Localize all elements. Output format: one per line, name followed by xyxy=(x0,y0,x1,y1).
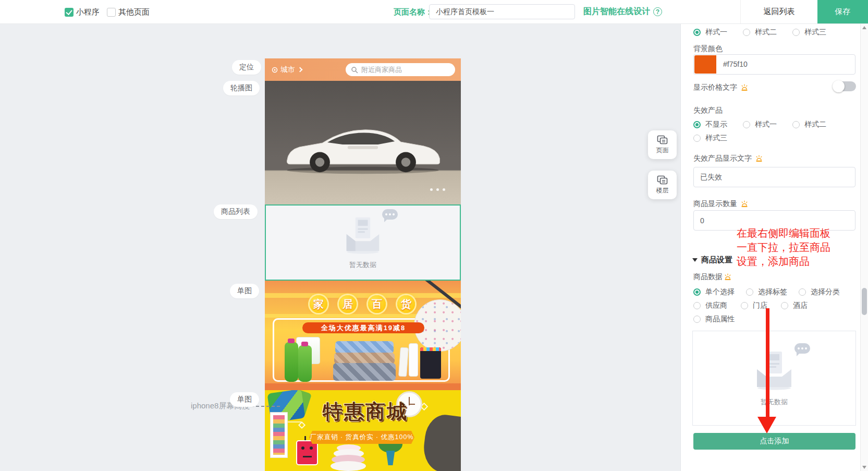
detergent-bottle xyxy=(298,345,312,382)
city-label: 城市 xyxy=(280,65,295,75)
invalid-product-radio-group-row2: 样式三 xyxy=(693,134,727,143)
page-name-input[interactable] xyxy=(429,4,575,19)
miniprogram-checkbox[interactable] xyxy=(65,8,74,17)
radio-select-category[interactable]: 选择分类 xyxy=(799,287,840,297)
component-label-single-image-1[interactable]: 单图 xyxy=(230,284,259,298)
other-pages-checkbox-label: 其他页面 xyxy=(118,7,150,17)
bg-color-label: 背景颜色 xyxy=(693,44,723,54)
show-price-label: 显示价格文字 xyxy=(693,83,749,92)
product-data-radio-row3: 商品属性 xyxy=(693,315,735,324)
click-add-label: 点击添加 xyxy=(760,437,789,446)
page-layers-label: 页面 xyxy=(656,146,669,155)
bottle-cap xyxy=(288,339,295,343)
carousel-indicator-dots xyxy=(430,188,445,191)
snack-pack-stripe xyxy=(420,347,441,351)
scrollbar-thumb[interactable] xyxy=(862,288,867,315)
banner1-char: 家 xyxy=(310,295,327,313)
alarm-icon xyxy=(724,273,732,281)
radio-icon xyxy=(693,316,701,323)
product-data-radio-row2: 供应商 门店 酒店 xyxy=(693,301,808,310)
floor-layers-button[interactable]: 楼层 xyxy=(648,171,677,199)
color-swatch[interactable] xyxy=(694,55,716,74)
chevron-right-icon xyxy=(298,67,303,73)
save-button[interactable]: 保存 xyxy=(817,0,868,23)
online-design-link[interactable]: 图片智能在线设计 ? xyxy=(583,6,662,17)
return-list-button[interactable]: 返回列表 xyxy=(740,0,817,23)
radio-no-display[interactable]: 不显示 xyxy=(693,120,727,129)
vertical-scrollbar[interactable] xyxy=(860,24,868,471)
phone-preview: 城市 附近商家商品 xyxy=(265,58,461,471)
single-image-banner-1[interactable]: 家 居 百 货 全场大优惠最高满19减8 xyxy=(265,281,461,390)
empty-state-text: 暂无数据 xyxy=(349,260,376,270)
radio-single-select[interactable]: 单个选择 xyxy=(693,287,735,297)
empty-box-icon xyxy=(341,215,384,254)
product-settings-title: 商品设置 xyxy=(701,255,732,265)
single-image-banner-2[interactable]: 特惠商城 厂家直销 · 货真价实 · 优惠100% xyxy=(265,390,461,471)
radio-icon xyxy=(792,121,800,128)
page-name-label: 页面名称： xyxy=(394,7,433,17)
annotation-line-3: 设置，添加商品 xyxy=(737,255,830,269)
invalid-text-label: 失效产品显示文字 xyxy=(693,154,763,163)
annotation-line-2: 一直下拉，拉至商品 xyxy=(737,240,830,255)
bg-color-picker[interactable]: #f75f10 xyxy=(693,54,855,75)
radio-icon xyxy=(792,29,800,36)
radio-invalid-style-1[interactable]: 样式一 xyxy=(743,120,777,129)
radio-style-2[interactable]: 样式二 xyxy=(743,28,777,37)
radio-product-attribute[interactable]: 商品属性 xyxy=(693,315,735,324)
search-input[interactable]: 附近商家商品 xyxy=(346,63,455,76)
show-price-toggle-off[interactable] xyxy=(833,81,856,91)
radio-style-1[interactable]: 样式一 xyxy=(693,28,727,37)
radio-select-tag[interactable]: 选择标签 xyxy=(746,287,787,297)
ellipsis-bubble-icon xyxy=(794,343,810,354)
radio-icon xyxy=(693,135,701,142)
alarm-icon xyxy=(755,155,763,163)
radio-style-3[interactable]: 样式三 xyxy=(792,28,826,37)
invalid-text-input[interactable] xyxy=(693,167,855,187)
banner1-char: 居 xyxy=(339,295,357,313)
help-icon[interactable]: ? xyxy=(653,7,662,16)
red-arrow-head xyxy=(757,417,776,433)
product-data-radio-row1: 单个选择 选择标签 选择分类 xyxy=(693,287,840,297)
product-settings-header[interactable]: 商品设置 xyxy=(692,255,732,265)
phone-location-header[interactable]: 城市 附近商家商品 xyxy=(265,58,461,81)
radio-icon xyxy=(746,288,753,296)
radio-selected-icon xyxy=(693,288,701,296)
component-label-single-image-2[interactable]: 单图 xyxy=(230,392,259,407)
product-list-component-selected[interactable]: 暂无数据 xyxy=(265,204,461,281)
layers-icon xyxy=(657,175,668,185)
page-layers-button[interactable]: 页面 xyxy=(648,130,677,159)
ellipsis-bubble-icon xyxy=(382,209,398,220)
radio-selected-icon xyxy=(693,29,701,36)
radio-supplier[interactable]: 供应商 xyxy=(693,301,727,310)
towel-brown xyxy=(334,353,395,364)
click-add-button[interactable]: 点击添加 xyxy=(693,433,855,450)
city-selector[interactable]: 城市 xyxy=(271,65,302,75)
component-label-position[interactable]: 定位 xyxy=(232,60,261,75)
component-label-product-list[interactable]: 商品列表 xyxy=(214,204,258,219)
robot-eye xyxy=(301,446,304,450)
component-label-carousel[interactable]: 轮播图 xyxy=(223,81,260,95)
other-pages-checkbox[interactable] xyxy=(107,8,116,17)
display-count-label-text: 商品显示数量 xyxy=(693,199,737,209)
carousel-banner[interactable] xyxy=(265,81,461,204)
banner1-promo-pill: 全场大优惠最高满19减8 xyxy=(302,322,424,333)
radio-icon xyxy=(781,302,788,309)
radio-hotel[interactable]: 酒店 xyxy=(781,301,808,310)
robot-mouth xyxy=(303,456,312,457)
towel-blue xyxy=(335,341,394,354)
radio-invalid-style-2[interactable]: 样式二 xyxy=(792,120,826,129)
radio-store[interactable]: 门店 xyxy=(741,301,767,310)
online-design-link-text: 图片智能在线设计 xyxy=(583,6,650,17)
banner1-char: 货 xyxy=(397,295,415,313)
scrollbar-down-arrow[interactable] xyxy=(862,466,866,469)
scrollbar-up-arrow[interactable] xyxy=(862,26,866,29)
radio-icon xyxy=(743,29,750,36)
alarm-icon xyxy=(740,200,749,208)
top-toolbar: 小程序 其他页面 页面名称： 图片智能在线设计 ? 返回列表 保存 xyxy=(0,0,868,24)
display-count-label: 商品显示数量 xyxy=(693,199,749,209)
diamond-deco xyxy=(298,421,305,429)
snack-pack xyxy=(420,347,441,379)
radio-invalid-style-3[interactable]: 样式三 xyxy=(693,134,727,143)
tutorial-annotation: 在最右侧即编辑面板 一直下拉，拉至商品 设置，添加商品 xyxy=(737,226,830,269)
radio-icon xyxy=(741,302,748,309)
